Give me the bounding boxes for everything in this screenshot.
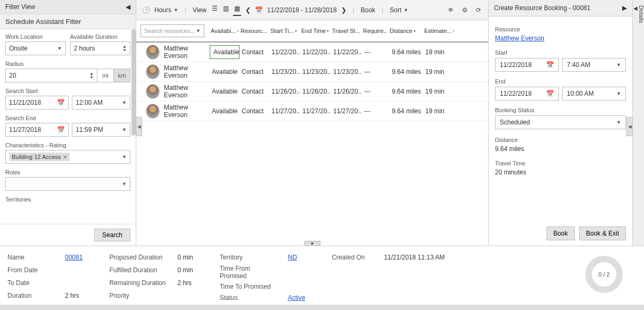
view-vertical-icon[interactable]: ▥ <box>222 4 230 16</box>
expand-icon[interactable]: ▶ <box>622 4 627 12</box>
cell-distance: 9.64 miles <box>389 48 423 56</box>
filter-view-title: Filter View <box>5 3 35 11</box>
status-link[interactable]: Active <box>288 294 306 302</box>
start-date-input[interactable]: 11/22/2018 <box>495 58 559 72</box>
search-button[interactable]: Search <box>94 229 130 241</box>
col-estimate[interactable]: Estimate...▾ <box>422 23 454 38</box>
characteristics-label: Characteristics - Rating <box>5 142 130 148</box>
search-end-date[interactable]: 11/27/2018 <box>5 123 69 137</box>
characteristics-chip[interactable]: Building 12 Access ✕ <box>9 153 70 161</box>
end-time-value: 10:00 AM <box>567 90 594 97</box>
search-resources-input[interactable]: Search resources... ▼ <box>141 24 204 37</box>
territory-link[interactable]: ND <box>288 254 306 262</box>
resource-link[interactable]: Matthew Everson <box>495 35 544 42</box>
cell-start: 11/22/20... <box>269 48 300 56</box>
cell-distance: 9.64 miles <box>389 107 423 115</box>
view-grid-icon[interactable]: ▦ <box>233 4 241 16</box>
work-location-select[interactable]: Onsite ▼ <box>5 41 66 55</box>
booking-status-select[interactable]: Scheduled ▼ <box>495 115 626 129</box>
cell-resource-type: Contact <box>240 107 269 115</box>
priority-label: Priority <box>109 292 168 301</box>
chevron-down-icon: ▼ <box>57 46 62 51</box>
hours-label: Hours <box>154 6 171 14</box>
cell-estimate: 19 min <box>423 88 455 95</box>
progress-ring: 0 / 2 <box>585 256 623 293</box>
details-tab[interactable]: ◀ Details <box>632 0 644 246</box>
refresh-icon[interactable]: ⟳ <box>474 6 483 14</box>
start-time-input[interactable]: 7:40 AM ▼ <box>562 58 626 72</box>
filter-view-header[interactable]: Filter View ◀ <box>0 0 136 14</box>
left-splitter-handle[interactable]: ◀ <box>136 117 142 136</box>
search-start-time[interactable]: 12:00 AM ▼ <box>72 96 130 110</box>
chevron-down-icon: ▼ <box>616 62 621 68</box>
results-panel: ◀ 🕒 Hours ▼ | View ☰ ▥ ▦ ❮ 11/22/2018 - … <box>136 0 489 246</box>
chevron-down-icon: ▼ <box>122 181 127 187</box>
book-button[interactable]: Book <box>361 6 375 14</box>
scrollbar-thumb[interactable] <box>131 29 136 136</box>
gear-icon[interactable]: ⚙ <box>460 6 469 14</box>
col-resource-type[interactable]: Resourc...▾ <box>238 23 268 38</box>
end-label: End <box>495 78 626 85</box>
duration-value: 2 hrs <box>65 292 82 301</box>
book-exit-button[interactable]: Book & Exit <box>579 227 626 240</box>
booking-panel: ◀ Create Resource Booking - 00081 ▶ Reso… <box>489 0 632 246</box>
calendar-icon[interactable] <box>255 6 263 14</box>
from-date-label: From Date <box>7 266 55 276</box>
available-duration-select[interactable]: 2 hours ▲▼ <box>70 41 131 55</box>
result-row[interactable]: Matthew Everson Available Contact 11/22/… <box>136 43 488 62</box>
requirement-details: Name00081 From Date To Date Duration2 hr… <box>0 246 644 305</box>
col-start-time[interactable]: Start Ti...▾ <box>268 23 299 38</box>
col-travel-start[interactable]: Travel St...▾ <box>330 23 361 38</box>
name-link[interactable]: 00081 <box>65 254 82 263</box>
col-availability[interactable]: Availabi...▾ <box>209 23 238 38</box>
col-distance[interactable]: Distance▾ <box>387 23 422 38</box>
end-time-input[interactable]: 10:00 AM ▼ <box>562 87 626 100</box>
result-row[interactable]: Matthew Everson Available Contact 11/26/… <box>136 82 488 102</box>
cell-start: 11/23/20... <box>269 68 300 76</box>
cell-estimate: 19 min <box>423 48 455 56</box>
from-date-value <box>65 266 82 276</box>
roles-select[interactable]: ▼ <box>5 177 130 191</box>
chevron-down-icon: ▼ <box>196 28 201 33</box>
cell-end: 11/27/20... <box>300 107 331 115</box>
booking-header: Create Resource Booking - 00081 ▶ <box>489 0 632 16</box>
next-button[interactable]: ❯ <box>341 6 346 14</box>
results-header: Search resources... ▼ Availabi...▾ Resou… <box>136 20 488 43</box>
calendar-icon <box>546 61 554 69</box>
col-end-time[interactable]: End Time▾ <box>299 23 330 38</box>
search-start-date[interactable]: 11/21/2018 <box>5 96 69 110</box>
cell-require: --- <box>362 88 389 95</box>
cell-travel: 11/22/20... <box>331 48 362 56</box>
prev-button[interactable]: ❮ <box>245 6 251 14</box>
unit-km-button[interactable]: km <box>113 69 130 82</box>
sort-dropdown[interactable]: Sort ▼ <box>390 6 408 14</box>
right-splitter-handle[interactable]: ◀ <box>626 117 633 136</box>
cell-end: 11/22/20... <box>300 48 331 56</box>
cell-distance: 9.64 miles <box>389 68 423 76</box>
chevron-down-icon: ▼ <box>616 120 621 125</box>
characteristics-select[interactable]: Building 12 Access ✕ ▼ <box>5 150 130 164</box>
unit-mi-button[interactable]: mi <box>97 69 114 82</box>
end-date-input[interactable]: 11/22/2018 <box>495 87 559 100</box>
to-date-label: To Date <box>7 279 55 289</box>
book-button[interactable]: Book <box>547 227 575 240</box>
avatar <box>146 45 160 60</box>
hours-dropdown[interactable]: Hours ▼ <box>154 6 178 14</box>
cell-resource-type: Contact <box>240 48 269 56</box>
radius-input[interactable]: 20 ▲▼ <box>5 69 97 82</box>
remove-chip-icon[interactable]: ✕ <box>63 154 67 160</box>
view-list-icon[interactable]: ☰ <box>211 4 219 16</box>
roles-label: Roles <box>5 169 130 175</box>
schedule-assistant-header: Schedule Assistant Filter <box>0 14 136 29</box>
bottom-toggle[interactable]: ▼ <box>304 241 320 246</box>
chevron-down-icon: ▼ <box>122 100 127 105</box>
result-row[interactable]: Matthew Everson Available Contact 11/23/… <box>136 62 488 82</box>
collapse-icon: ◀ <box>632 5 638 11</box>
cell-require: --- <box>362 48 389 56</box>
col-requirements[interactable]: Require...▾ <box>361 23 387 38</box>
collapse-icon[interactable]: ◀ <box>126 3 130 11</box>
eye-icon[interactable]: 👁 <box>447 6 455 14</box>
search-end-time[interactable]: 11:59 PM ▼ <box>72 123 130 137</box>
start-label: Start <box>495 49 626 56</box>
result-row[interactable]: Matthew Everson Available Contact 11/27/… <box>136 102 488 121</box>
